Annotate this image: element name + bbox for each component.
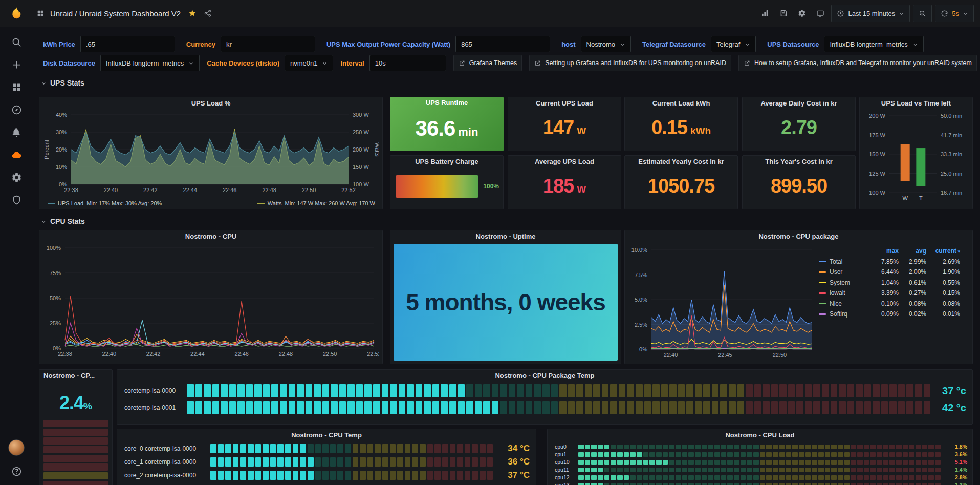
variable-select[interactable]: Nostromo <box>581 36 631 52</box>
save-icon[interactable] <box>776 6 791 21</box>
panel-title[interactable]: Nostromo - Uptime <box>390 230 621 243</box>
panel-title[interactable]: Current Load kWh <box>625 97 737 110</box>
dashboard-link[interactable]: How to setup Grafana, InfluxDB and Teleg… <box>738 55 977 71</box>
panel-title[interactable]: UPS Battery Charge <box>390 156 503 168</box>
legend-series[interactable]: Softirq <box>819 310 866 318</box>
gauge-cells <box>578 452 941 457</box>
panel-title[interactable]: Average Daily Cost in kr <box>743 97 855 110</box>
dashboard-link[interactable]: Setting up Grafana and InfluxDB for UPS … <box>529 55 731 71</box>
variable-input[interactable]: kr <box>221 36 315 52</box>
dashboard-link[interactable]: Grafana Themes <box>453 55 522 71</box>
svg-text:22:45: 22:45 <box>718 352 732 358</box>
panel-title[interactable]: UPS Runtime <box>390 97 504 109</box>
variable-item: Interval10s <box>340 55 446 71</box>
gauge-label: cpu11 <box>551 467 578 473</box>
time-range-picker[interactable]: Last 15 minutes <box>831 5 910 22</box>
cpu-chart[interactable]: 0%25%50%75%100%22:3822:4022:4222:4422:46… <box>42 244 379 360</box>
help-icon[interactable] <box>11 466 22 477</box>
breadcrumb[interactable]: Unraid / Unraid System Dashboard V2 <box>50 9 181 18</box>
legend-value-max: 1.04% <box>866 279 899 286</box>
panel-title[interactable]: This Year's Cost in kr <box>743 156 855 168</box>
chevron-down-icon <box>41 80 47 86</box>
variable-label: UPS Max Output Power Capacity (Watt) <box>326 40 450 48</box>
section-title: UPS Stats <box>50 79 84 87</box>
variable-select[interactable]: InfluxDB longterm_metrics <box>100 55 200 71</box>
legend-series[interactable]: System <box>819 279 866 286</box>
add-panel-icon[interactable] <box>757 6 773 21</box>
variable-select[interactable]: Telegraf <box>711 36 756 52</box>
legend-item[interactable]: UPS LoadMin: 17% Max: 30% Avg: 20% <box>48 200 162 206</box>
configuration-gear-icon[interactable] <box>11 172 22 183</box>
create-plus-icon[interactable] <box>11 59 22 70</box>
chevron-down-icon <box>899 11 904 16</box>
gauge-label: coretemp-isa-0000 <box>120 387 187 394</box>
variable-input[interactable]: 865 <box>455 36 550 52</box>
variable-select[interactable]: InfluxDB longterm_metrics <box>824 36 923 52</box>
stat-value: 147W <box>508 110 621 151</box>
svg-text:33.3 min: 33.3 min <box>941 151 962 157</box>
svg-text:25.0 min: 25.0 min <box>941 171 962 177</box>
svg-text:22:40: 22:40 <box>104 187 118 193</box>
dashboard-settings-icon[interactable] <box>794 6 810 21</box>
grafana-logo[interactable] <box>0 6 33 20</box>
chevron-down-icon <box>322 60 328 66</box>
variable-input[interactable]: 10s <box>369 55 446 71</box>
gauge-bar-segment <box>43 446 108 453</box>
tv-kiosk-icon[interactable] <box>813 6 828 21</box>
panel-title[interactable]: UPS Load vs Time left <box>860 97 972 110</box>
panel-title[interactable]: Nostromo - CPU Load <box>548 429 972 441</box>
panel-title[interactable]: Nostromo - CP... <box>39 370 112 382</box>
section-cpu-stats[interactable]: CPU Stats <box>41 217 85 225</box>
cpu-package-chart[interactable]: 0%2.5%5.0%7.5%10.0%22:4022:4522:50 <box>628 247 816 360</box>
svg-text:200 W: 200 W <box>869 113 885 119</box>
variable-select[interactable]: nvme0n1 <box>285 55 333 71</box>
svg-text:22:48: 22:48 <box>279 351 293 357</box>
gauge-label: coretemp-isa-0001 <box>120 404 187 411</box>
panel-title[interactable]: Nostromo - CPU Package Temp <box>117 370 972 382</box>
panel-title[interactable]: Nostromo - CPU package <box>625 230 972 243</box>
dashboards-icon[interactable] <box>11 82 22 93</box>
panel-title[interactable]: Estimated Yearly Cost in kr <box>625 156 737 168</box>
panel-title[interactable]: Current UPS Load <box>508 97 621 110</box>
svg-text:50.0 min: 50.0 min <box>941 113 962 119</box>
legend-item[interactable]: WattsMin: 147 W Max: 260 W Avg: 170 W <box>257 200 375 206</box>
variable-label: kWh Price <box>43 40 75 48</box>
legend-sort-current[interactable]: current ▾ <box>926 247 960 255</box>
legend-series[interactable]: Nice <box>819 300 866 307</box>
cloud-icon[interactable] <box>11 150 22 160</box>
legend-sort-avg[interactable]: avg <box>899 247 926 255</box>
legend-series[interactable]: User <box>819 268 866 276</box>
section-ups-stats[interactable]: UPS Stats <box>41 79 84 87</box>
stat-value: 1050.75 <box>625 168 737 209</box>
alerting-bell-icon[interactable] <box>11 127 22 138</box>
user-avatar[interactable] <box>8 439 25 456</box>
panel-title[interactable]: UPS Load % <box>39 97 382 110</box>
panel-title[interactable]: Nostromo - CPU <box>39 230 382 243</box>
star-icon[interactable] <box>185 6 200 21</box>
panel-current-ups-load: Current UPS Load 147W <box>508 97 621 151</box>
panel-ups-battery-charge: UPS Battery Charge 100% <box>390 155 504 209</box>
gauge-label: cpu13 <box>551 482 578 485</box>
svg-text:10.0%: 10.0% <box>631 247 647 253</box>
panel-title[interactable]: Average UPS Load <box>508 156 621 168</box>
cpu-package-legend: maxavgcurrent ▾Total7.85%2.99%2.69%User6… <box>819 246 968 320</box>
ups-bar-chart[interactable]: 100 W16.7 min125 W25.0 min150 W33.3 min1… <box>863 111 969 205</box>
legend-series[interactable]: Total <box>819 258 866 265</box>
panel-title[interactable]: Nostromo - CPU Temp <box>117 429 536 441</box>
legend-series[interactable]: iowait <box>819 289 866 297</box>
refresh-picker[interactable]: 5s <box>935 5 974 22</box>
svg-text:2.5%: 2.5% <box>635 322 647 328</box>
gauge-label: cpu1 <box>551 451 578 457</box>
admin-shield-icon[interactable] <box>11 195 22 205</box>
legend-value-current: 0.08% <box>926 300 960 307</box>
zoom-out-button[interactable] <box>913 5 932 22</box>
share-icon[interactable] <box>200 6 215 21</box>
explore-compass-icon[interactable] <box>11 104 22 115</box>
search-icon[interactable] <box>11 37 22 48</box>
variable-item: UPS DatasourceInfluxDB longterm_metrics <box>767 36 924 52</box>
gauge-row: cpu131.3% <box>551 482 969 485</box>
legend-sort-max[interactable]: max <box>866 247 899 255</box>
variable-input[interactable]: .65 <box>80 36 175 52</box>
ups-load-chart[interactable]: 0%100 W10%150 W20%200 W30%250 W40%300 W2… <box>42 111 379 196</box>
variable-label: UPS Datasource <box>767 40 819 48</box>
